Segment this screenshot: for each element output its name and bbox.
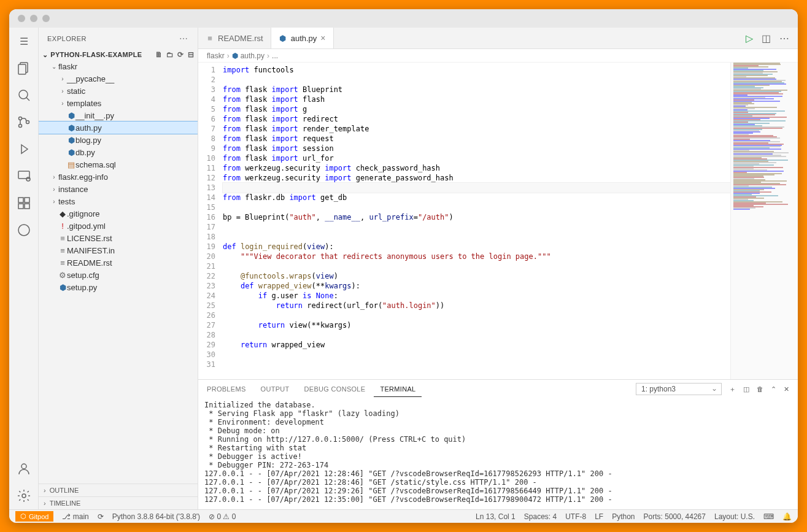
panel-tab-problems[interactable]: PROBLEMS — [201, 382, 252, 396]
titlebar — [9, 9, 798, 28]
language-mode[interactable]: Python — [612, 512, 635, 521]
tree-item-schema-sql[interactable]: ▤schema.sql — [39, 158, 198, 171]
breadcrumb[interactable]: flaskr› ⬢auth.py› ... — [198, 49, 798, 63]
new-folder-icon[interactable]: 🗀 — [166, 50, 174, 59]
window-minimize-icon[interactable] — [30, 15, 37, 22]
editor-more-icon[interactable]: ⋯ — [779, 33, 789, 44]
svg-rect-10 — [25, 198, 29, 202]
ports[interactable]: Ports: 5000, 44267 — [644, 512, 706, 521]
svg-point-13 — [18, 225, 29, 236]
activity-bar: ☰ — [9, 28, 39, 509]
editor-area: ≡README.rst⬢auth.py× ▷ ◫ ⋯ flaskr› ⬢auth… — [198, 28, 798, 509]
tree-item-setup-cfg[interactable]: ⚙setup.cfg — [39, 269, 198, 281]
close-tab-icon[interactable]: × — [320, 33, 325, 43]
problems-indicator[interactable]: ⊘ 0 ⚠ 0 — [209, 512, 236, 521]
kill-terminal-icon[interactable]: 🗑 — [757, 385, 763, 393]
file-tree: ⌄flaskr›__pycache__›static›templates⬢__i… — [39, 60, 198, 484]
explorer-icon[interactable] — [17, 61, 31, 75]
svg-point-5 — [18, 125, 21, 128]
project-section-header[interactable]: ⌄PYTHON-FLASK-EXAMPLE 🗎 🗀 ⟳ ⊟ — [39, 49, 198, 60]
tab-auth-py[interactable]: ⬢auth.py× — [271, 28, 334, 48]
panel-close-icon[interactable]: ✕ — [784, 385, 789, 393]
account-icon[interactable] — [17, 461, 31, 476]
sidebar-title: EXPLORER ⋯ — [39, 28, 198, 49]
tree-item-readme-rst[interactable]: ≡README.rst — [39, 256, 198, 269]
panel-tab-output[interactable]: OUTPUT — [255, 382, 296, 396]
terminal-select[interactable]: 1: python3 — [636, 383, 722, 395]
svg-point-6 — [26, 121, 29, 124]
source-control-icon[interactable] — [17, 115, 31, 129]
svg-point-4 — [18, 117, 21, 120]
sidebar-more-icon[interactable]: ⋯ — [179, 34, 189, 44]
editor-tab-bar: ≡README.rst⬢auth.py× ▷ ◫ ⋯ — [198, 28, 798, 49]
feedback-icon[interactable]: ⌨ — [763, 512, 774, 521]
tree-item-flaskr[interactable]: ⌄flaskr — [39, 60, 198, 72]
extensions-icon[interactable] — [17, 196, 31, 210]
svg-point-14 — [21, 464, 26, 469]
svg-rect-12 — [25, 204, 29, 209]
line-gutter: 1234567891011121314151617181920212223242… — [198, 63, 223, 379]
tab-readme-rst[interactable]: ≡README.rst — [198, 28, 271, 48]
tree-item-flaskr-egg-info[interactable]: ›flaskr.egg-info — [39, 171, 198, 183]
settings-gear-icon[interactable] — [17, 488, 31, 503]
svg-point-8 — [26, 177, 30, 181]
tree-item-instance[interactable]: ›instance — [39, 183, 198, 195]
tree-item-db-py[interactable]: ⬢db.py — [39, 146, 198, 158]
collapse-icon[interactable]: ⊟ — [188, 50, 194, 59]
tree-item-static[interactable]: ›static — [39, 85, 198, 97]
outline-section[interactable]: ›OUTLINE — [39, 484, 198, 496]
run-debug-icon[interactable] — [17, 142, 31, 156]
tree-item---init---py[interactable]: ⬢__init__.py — [39, 109, 198, 121]
menu-icon[interactable]: ☰ — [17, 34, 31, 48]
indentation[interactable]: Spaces: 4 — [524, 512, 557, 521]
timeline-section[interactable]: ›TIMELINE — [39, 496, 198, 509]
tree-item-blog-py[interactable]: ⬢blog.py — [39, 134, 198, 146]
cursor-position[interactable]: Ln 13, Col 1 — [476, 512, 515, 521]
keyboard-layout[interactable]: Layout: U.S. — [714, 512, 755, 521]
sync-icon[interactable]: ⟳ — [98, 512, 104, 521]
svg-point-2 — [19, 90, 28, 99]
split-editor-icon[interactable]: ◫ — [762, 33, 771, 44]
explorer-sidebar: EXPLORER ⋯ ⌄PYTHON-FLASK-EXAMPLE 🗎 🗀 ⟳ ⊟… — [39, 28, 198, 509]
search-icon[interactable] — [17, 88, 31, 102]
svg-rect-9 — [18, 198, 23, 202]
github-icon[interactable] — [17, 223, 31, 237]
tree-item-license-rst[interactable]: ≡LICENSE.rst — [39, 232, 198, 244]
svg-rect-11 — [18, 204, 23, 209]
tree-item-manifest-in[interactable]: ≡MANIFEST.in — [39, 244, 198, 256]
tree-item--gitpod-yml[interactable]: !.gitpod.yml — [39, 220, 198, 232]
vscode-window: ☰ EXPLORER ⋯ ⌄PYTHON-FLASK-EXAMPLE 🗎 — [9, 9, 798, 523]
panel-tab-bar: PROBLEMSOUTPUTDEBUG CONSOLETERMINAL 1: p… — [198, 380, 798, 398]
new-file-icon[interactable]: 🗎 — [155, 50, 163, 59]
encoding[interactable]: UTF-8 — [565, 512, 586, 521]
tree-item-setup-py[interactable]: ⬢setup.py — [39, 281, 198, 293]
svg-rect-1 — [18, 64, 26, 74]
window-maximize-icon[interactable] — [42, 15, 50, 22]
tree-item--gitignore[interactable]: ◆.gitignore — [39, 207, 198, 220]
status-bar: ⬡ Gitpod ⎇ main ⟳ Python 3.8.8 64-bit ('… — [9, 509, 798, 523]
terminal[interactable]: Initialized the database. * Serving Flas… — [198, 398, 798, 509]
new-terminal-icon[interactable]: ＋ — [729, 385, 736, 394]
minimap[interactable] — [730, 63, 798, 379]
python-interpreter[interactable]: Python 3.8.8 64-bit ('3.8.8') — [112, 512, 200, 521]
run-icon[interactable]: ▷ — [746, 33, 753, 44]
panel-tab-debug-console[interactable]: DEBUG CONSOLE — [298, 382, 372, 396]
tree-item-auth-py[interactable]: ⬢auth.py — [39, 121, 198, 134]
panel-tab-terminal[interactable]: TERMINAL — [374, 382, 422, 397]
tree-item-templates[interactable]: ›templates — [39, 97, 198, 109]
split-terminal-icon[interactable]: ◫ — [743, 385, 749, 393]
refresh-icon[interactable]: ⟳ — [177, 50, 183, 59]
code-editor[interactable]: import functools from flask import Bluep… — [223, 63, 730, 379]
tree-item-tests[interactable]: ›tests — [39, 195, 198, 207]
bottom-panel: PROBLEMSOUTPUTDEBUG CONSOLETERMINAL 1: p… — [198, 379, 798, 509]
branch-indicator[interactable]: ⎇ main — [62, 512, 88, 521]
svg-point-15 — [22, 494, 26, 498]
notifications-icon[interactable]: 🔔 — [782, 512, 792, 521]
eol[interactable]: LF — [595, 512, 603, 521]
remote-icon[interactable] — [17, 169, 31, 183]
window-close-icon[interactable] — [18, 15, 25, 22]
panel-maximize-icon[interactable]: ⌃ — [771, 385, 776, 393]
svg-line-3 — [26, 98, 29, 101]
tree-item---pycache--[interactable]: ›__pycache__ — [39, 72, 198, 85]
gitpod-badge[interactable]: ⬡ Gitpod — [15, 511, 53, 522]
